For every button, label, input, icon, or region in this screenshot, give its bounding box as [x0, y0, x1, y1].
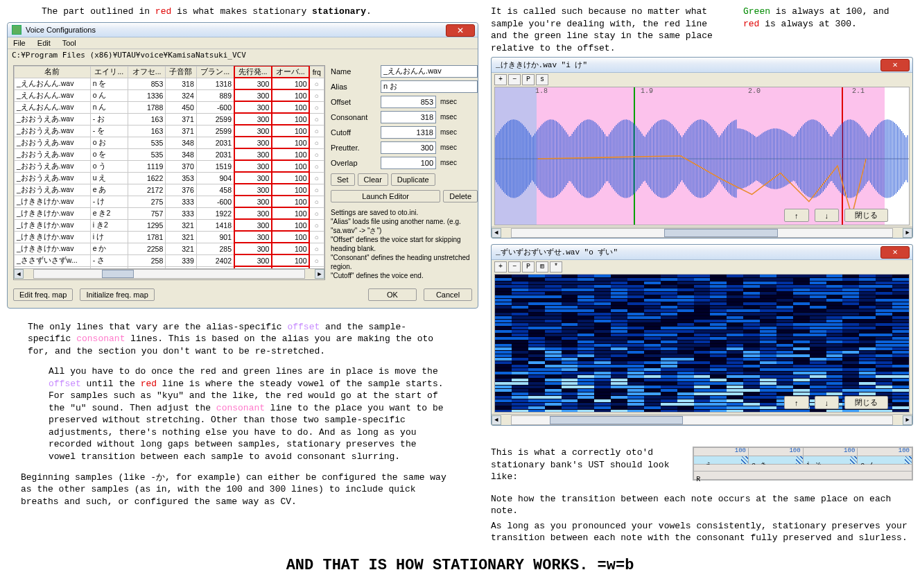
scroll-right-icon[interactable]: ►	[315, 269, 324, 279]
set-button[interactable]: Set	[331, 173, 355, 186]
table-row[interactable]: _ささずいさずw...- さ2583392402300100○	[15, 254, 324, 266]
duplicate-button[interactable]: Duplicate	[391, 173, 435, 186]
unit: msec	[440, 98, 457, 105]
table-row[interactable]: _けききけか.wavi き212953211418300100○	[15, 219, 324, 231]
unit: msec	[440, 144, 457, 151]
unit: msec	[440, 159, 457, 166]
waveform-window: _けききけか.wav "i け" ✕ + − P s 1.8 1.9 2.0 2…	[491, 57, 913, 239]
launch-editor-button[interactable]: Launch Editor	[331, 190, 440, 202]
path-field[interactable]: C:¥Program Files (x86)¥UTAU¥voice¥Kamisa…	[8, 49, 478, 61]
col-header[interactable]: オーバ...	[272, 66, 309, 78]
ust-note-cell[interactable]: o ん	[858, 456, 912, 465]
close-icon[interactable]: ✕	[880, 59, 910, 71]
spectrogram-canvas[interactable]: ↑ ↓ 閉じる	[494, 274, 910, 413]
consonant-field[interactable]	[381, 111, 436, 123]
close-button[interactable]: 閉じる	[844, 396, 888, 409]
zoom-out-icon[interactable]: −	[508, 74, 521, 85]
unit: msec	[440, 128, 457, 136]
clear-button[interactable]: Clear	[358, 173, 388, 186]
zoom-in-icon[interactable]: +	[494, 74, 507, 85]
oto-grid[interactable]: 名前エイリ...オフセ...子音部ブラン...先行発...オーバ...frq_え…	[13, 65, 325, 280]
close-icon[interactable]: ✕	[446, 24, 475, 37]
table-row[interactable]: _えんおんん.wavo ん1336324889300100○	[15, 89, 324, 101]
options-icon[interactable]: ⊞	[536, 261, 548, 273]
table-row[interactable]: _おおうえあ.wave あ2172376458300100○	[15, 184, 324, 196]
menu-edit[interactable]: Edit	[37, 39, 51, 47]
edit-freq-button[interactable]: Edit freq. map	[13, 288, 73, 301]
col-header[interactable]: 名前	[15, 66, 91, 78]
intro-line: The part outlined in red is what makes s…	[42, 6, 478, 18]
right-intro-2: Green is always at 100, and red is alway…	[743, 6, 896, 54]
col-header[interactable]: エイリ...	[90, 66, 128, 78]
rest-label: R	[696, 476, 700, 483]
hscroll[interactable]: ◄ ►	[14, 268, 324, 279]
overlap-field[interactable]	[381, 157, 436, 169]
waveform-canvas[interactable]: 1.8 1.9 2.0 2.1 ↑ ↓ 閉じる	[494, 87, 910, 225]
up-button[interactable]: ↑	[784, 396, 809, 409]
stop-icon[interactable]: s	[536, 74, 548, 85]
table-row[interactable]: _おおうえあ.wavo を5353482031300100○	[15, 148, 324, 160]
init-freq-button[interactable]: Initialize freq. map	[80, 288, 154, 301]
table-row[interactable]: _けききけか.wavi け1781321901300100○	[15, 231, 324, 243]
col-header[interactable]: 先行発...	[234, 66, 272, 78]
table-row[interactable]: _おおうえあ.wavu え1622353904300100○	[15, 172, 324, 184]
down-button[interactable]: ↓	[815, 209, 840, 222]
table-row[interactable]: _おおうえあ.wav- お1633712599300100○	[15, 113, 324, 125]
col-header[interactable]: 子音部	[166, 66, 197, 78]
col-header[interactable]: オフセ...	[128, 66, 165, 78]
ust-note-cell[interactable]: i そ	[803, 456, 858, 465]
ust-header-cell: 100	[858, 448, 912, 456]
waveform-svg	[495, 87, 909, 225]
cancel-button[interactable]: Cancel	[424, 288, 472, 301]
table-row[interactable]: _けききけか.wave か2258321285300100○	[15, 243, 324, 254]
table-row[interactable]: _えんおんん.wavn ん1788450-600300100○	[15, 101, 324, 113]
down-button[interactable]: ↓	[815, 396, 840, 409]
ust-note-cell[interactable]: - え	[694, 456, 749, 465]
wave-title: _けききけか.wav "i け"	[496, 60, 587, 70]
table-row[interactable]: _おおうえあ.wavo う11193701519300100○	[15, 160, 324, 172]
menu-file[interactable]: File	[13, 39, 26, 47]
table-row[interactable]: _けききけか.wave き27573331922300100○	[15, 207, 324, 219]
table-row[interactable]: _えんおんん.wavn を8533181318300100○	[15, 78, 324, 89]
ust-note-1: Note how the transition between each not…	[491, 493, 913, 517]
ust-intro: This is what a correctly oto'd stationar…	[491, 447, 682, 483]
offset-field[interactable]	[381, 96, 436, 108]
zoom-in-icon[interactable]: +	[494, 261, 507, 273]
spec-title: _ずいずおずいずせ.wav "o ずい"	[496, 247, 618, 257]
dialog-title: Voice Configurations	[26, 26, 96, 34]
star-icon[interactable]: *	[550, 261, 562, 273]
para-beginning-samples: Beginning samples (like -か, for example)…	[21, 472, 458, 508]
play-icon[interactable]: P	[522, 261, 535, 273]
alias-field[interactable]	[381, 80, 478, 93]
play-icon[interactable]: P	[522, 74, 535, 85]
label-overlap: Overlap	[331, 159, 376, 167]
name-field[interactable]	[381, 65, 478, 78]
cutoff-field[interactable]	[381, 126, 436, 139]
voice-config-dialog: Voice Configurations ✕ File Edit Tool C:…	[7, 22, 478, 309]
zoom-out-icon[interactable]: −	[508, 261, 521, 273]
col-header[interactable]: ブラン...	[196, 66, 234, 78]
menu-tool[interactable]: Tool	[62, 39, 76, 47]
table-row[interactable]: _おおうえあ.wavo お5353482031300100○	[15, 137, 324, 148]
app-icon	[12, 25, 21, 35]
menubar: File Edit Tool	[8, 37, 478, 49]
label-preutter: Preutter.	[331, 144, 376, 152]
scroll-thumb[interactable]	[102, 270, 134, 278]
text-bold: stationary	[312, 6, 366, 17]
up-button[interactable]: ↑	[784, 209, 809, 222]
col-header[interactable]: frq	[309, 66, 324, 78]
preutter-field[interactable]	[381, 141, 436, 154]
ust-header-cell: 100	[694, 448, 749, 456]
table-row[interactable]: _けききけか.wav- け275333-600300100○	[15, 196, 324, 207]
ust-note-cell[interactable]: e き	[749, 456, 804, 465]
help-text: Settings are saved to oto.ini. "Alias" l…	[331, 208, 478, 280]
label-consonant: Consonant	[331, 113, 376, 121]
scroll-left-icon[interactable]: ◄	[14, 269, 24, 279]
delete-button[interactable]: Delete	[443, 190, 478, 202]
close-button[interactable]: 閉じる	[844, 209, 888, 222]
label-cutoff: Cutoff	[331, 128, 376, 137]
close-icon[interactable]: ✕	[880, 246, 910, 259]
dialog-titlebar[interactable]: Voice Configurations ✕	[8, 23, 478, 37]
table-row[interactable]: _おおうえあ.wav- を1633712599300100○	[15, 125, 324, 137]
ok-button[interactable]: OK	[368, 288, 417, 301]
